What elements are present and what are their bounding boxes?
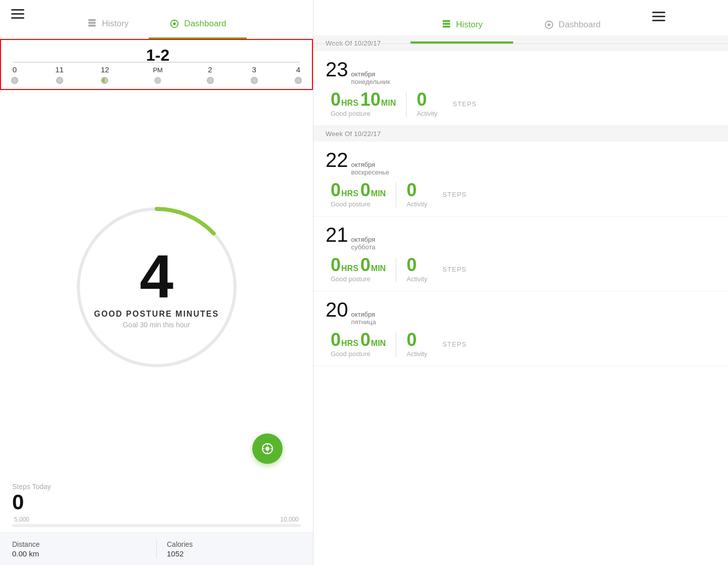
- left-tab-bar: History Dashboard: [0, 0, 313, 39]
- activity-block-22: 0 Activity: [406, 181, 427, 208]
- day-name-22: воскресенье: [351, 168, 390, 176]
- month-name-22: октября: [351, 161, 390, 168]
- min-value-22: 0: [360, 181, 371, 199]
- hrs-unit-21: HRS: [341, 264, 358, 273]
- time-slider[interactable]: 0 11 12 1-2 PM 2: [0, 39, 313, 90]
- activity-block-23: 0 Activity: [417, 91, 437, 117]
- activity-block-21: 0 Activity: [406, 256, 427, 283]
- steps-bar-labels: 5,000 10,000: [12, 516, 301, 523]
- tick-label-3: 3: [252, 65, 256, 74]
- hrs-value-22: 0: [331, 181, 341, 199]
- stat-distance-label: Distance: [12, 540, 146, 548]
- history-icon-left: [86, 18, 98, 29]
- day-name-23: понедельник: [351, 78, 390, 85]
- circle-content: 4 GOOD POSTURE MINUTES Goal 30 min this …: [94, 246, 219, 329]
- posture-label-21: Good posture: [331, 275, 386, 283]
- tab-dashboard-right-label: Dashboard: [559, 20, 601, 30]
- day-divider-23: [406, 92, 406, 117]
- activity-value-23: 0: [417, 91, 427, 109]
- day-info-21: октября суббота: [351, 236, 376, 251]
- steps-bar-container: 5,000 10,000: [12, 516, 301, 528]
- posture-label-23: Good posture: [331, 110, 396, 117]
- posture-stats-23: 0 HRS 10 MIN: [331, 91, 396, 109]
- activity-value-22: 0: [406, 181, 417, 199]
- day-divider-21: [396, 257, 396, 282]
- svg-rect-16: [443, 26, 450, 28]
- week-header-1: Week Of 10/22/17: [313, 126, 728, 142]
- svg-point-4: [173, 22, 176, 25]
- hrs-unit-23: HRS: [341, 99, 358, 108]
- min-value-21: 0: [360, 256, 371, 274]
- tick-label-0: 0: [13, 65, 17, 74]
- tick-dot-3: [251, 77, 258, 84]
- posture-stats-20: 0 HRS 0 MIN: [331, 331, 386, 349]
- svg-rect-14: [443, 20, 450, 22]
- tab-history-left[interactable]: History: [66, 10, 149, 39]
- activity-stats-22: 0: [406, 181, 427, 199]
- min-value-20: 0: [360, 331, 371, 349]
- fab-button[interactable]: [252, 433, 283, 464]
- min-unit-23: MIN: [381, 99, 396, 108]
- activity-label-21: Activity: [406, 275, 427, 283]
- tick-label-2: 2: [208, 65, 212, 74]
- activity-stats-20: 0: [406, 331, 427, 349]
- day-info-22: октября воскресенье: [351, 161, 390, 176]
- svg-rect-0: [88, 19, 96, 21]
- activity-value-21: 0: [406, 256, 417, 274]
- steps-label-22: STEPS: [442, 191, 467, 198]
- activity-label-23: Activity: [417, 110, 437, 117]
- tick-3: 3: [251, 65, 258, 84]
- steps-label-23: STEPS: [452, 100, 477, 108]
- posture-minutes-label: GOOD POSTURE MINUTES: [94, 310, 219, 319]
- day-header-21: 21 октября суббота: [326, 225, 716, 251]
- hrs-value-21: 0: [331, 256, 341, 274]
- day-header-22: 22 октября воскресенье: [326, 150, 716, 176]
- svg-point-18: [548, 23, 551, 26]
- svg-point-9: [265, 447, 269, 451]
- posture-minutes-sublabel: Goal 30 min this hour: [94, 321, 219, 329]
- day-stats-22: 0 HRS 0 MIN Good posture 0 Activity STEP…: [326, 181, 716, 208]
- tick-12: 12: [101, 65, 109, 84]
- hrs-unit-20: HRS: [341, 339, 358, 348]
- activity-stats-21: 0: [406, 256, 427, 274]
- history-day-20: 20 октября пятница 0 HRS 0 MIN Good post…: [313, 291, 728, 366]
- fab-icon: [260, 442, 275, 456]
- tick-dot-12: [101, 77, 108, 84]
- day-name-21: суббота: [351, 243, 376, 251]
- day-name-20: пятница: [351, 318, 376, 326]
- steps-label-21: STEPS: [442, 266, 467, 273]
- activity-label-22: Activity: [406, 200, 427, 208]
- day-number-21: 21: [326, 225, 348, 245]
- posture-block-21: 0 HRS 0 MIN Good posture: [331, 256, 386, 283]
- min-unit-21: MIN: [371, 264, 386, 273]
- min-unit-22: MIN: [371, 189, 386, 198]
- day-header-20: 20 октября пятница: [326, 299, 716, 326]
- tab-dashboard-right[interactable]: Dashboard: [513, 8, 631, 44]
- month-name-20: октября: [351, 311, 376, 318]
- posture-label-20: Good posture: [331, 350, 386, 358]
- left-menu-icon[interactable]: [11, 9, 24, 21]
- tab-history-right[interactable]: History: [411, 8, 513, 44]
- steps-label: Steps Today: [12, 483, 301, 491]
- history-list: Week Of 10/29/17 23 октября понедельник …: [313, 35, 728, 565]
- right-tab-bar: History Dashboard: [313, 0, 728, 44]
- hrs-value-20: 0: [331, 331, 341, 349]
- tab-dashboard-left[interactable]: Dashboard: [149, 10, 246, 39]
- steps-value: 0: [12, 492, 301, 513]
- min-value-23: 10: [360, 91, 381, 109]
- tab-history-right-label: History: [456, 20, 483, 30]
- tick-dot-0: [11, 77, 18, 84]
- history-day-21: 21 октября суббота 0 HRS 0 MIN Good post…: [313, 216, 728, 291]
- tick-12pm: 1-2 PM: [146, 47, 169, 84]
- tick-dot-12pm: [154, 77, 161, 84]
- day-stats-20: 0 HRS 0 MIN Good posture 0 Activity STEP…: [326, 331, 716, 358]
- day-header-23: 23 октября понедельник: [326, 59, 716, 85]
- svg-rect-2: [88, 25, 96, 27]
- activity-label-20: Activity: [406, 350, 427, 358]
- steps-label-20: STEPS: [442, 340, 467, 348]
- tick-2: 2: [207, 65, 214, 84]
- posture-label-22: Good posture: [331, 200, 386, 208]
- dashboard-icon-left: [169, 18, 180, 29]
- day-info-20: октября пятница: [351, 311, 376, 326]
- posture-minutes-value: 4: [94, 246, 219, 307]
